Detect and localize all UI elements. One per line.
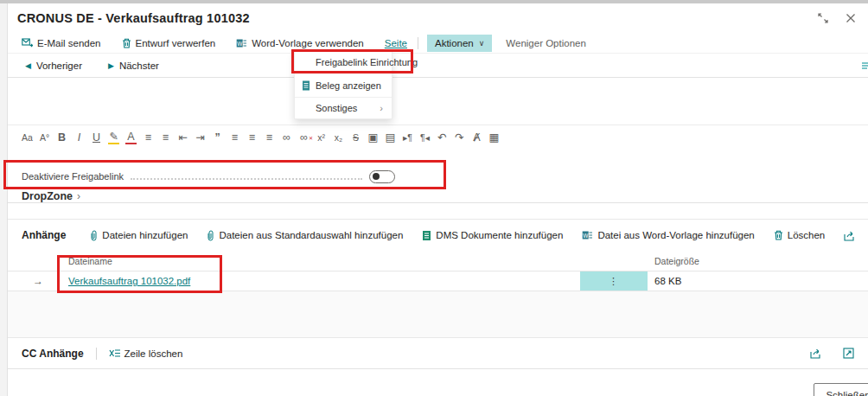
- discard-draft-label: Entwurf verwerfen: [136, 38, 216, 48]
- attachments-title: Anhänge: [22, 229, 66, 241]
- ltr-paragraph-icon[interactable]: ▸¶: [402, 131, 413, 144]
- column-header-filesize[interactable]: Dateigröße: [648, 256, 868, 266]
- active-row-arrow-icon: →: [8, 275, 68, 287]
- send-email-button[interactable]: E-Mail senden: [22, 38, 101, 48]
- next-record-button[interactable]: ▶ Nächster: [108, 61, 159, 71]
- email-send-icon: [22, 38, 33, 48]
- svg-text:W: W: [584, 233, 590, 239]
- row-options-button[interactable]: ⋮: [580, 271, 648, 291]
- dialog-bottom-area: [8, 369, 868, 395]
- add-dms-documents-label: DMS Dokumente hinzufügen: [436, 230, 563, 240]
- previous-record-button[interactable]: ◀ Vorheriger: [25, 61, 82, 71]
- chevron-left-icon: ◀: [25, 61, 31, 70]
- disable-share-link-toggle[interactable]: [369, 170, 395, 183]
- add-files-default-selection-label: Dateien aus Standardauswahl hinzufügen: [219, 230, 403, 240]
- underline-icon[interactable]: U: [91, 131, 102, 144]
- close-icon[interactable]: [846, 13, 856, 23]
- email-dialog: CRONUS DE - Verkaufsauftrag 101032: [7, 3, 868, 396]
- send-email-label: E-Mail senden: [37, 38, 101, 48]
- add-files-button[interactable]: Dateien hinzufügen: [90, 230, 188, 241]
- close-dialog-button[interactable]: Schließen: [814, 383, 868, 396]
- chevron-right-icon: ▶: [108, 61, 114, 70]
- font-name-icon[interactable]: Aa: [22, 131, 33, 144]
- paperclip-icon: [90, 230, 98, 241]
- align-right-icon[interactable]: ≡: [264, 131, 275, 144]
- spacer: [8, 203, 868, 219]
- image-icon[interactable]: ▣: [367, 131, 379, 144]
- bold-icon[interactable]: B: [56, 131, 67, 144]
- less-options-button[interactable]: Weniger Optionen: [506, 38, 585, 48]
- rtl-paragraph-icon[interactable]: ¶◂: [419, 131, 431, 144]
- unlink-icon[interactable]: ∞: [298, 131, 310, 144]
- delete-attachment-button[interactable]: Löschen: [774, 230, 825, 240]
- strikethrough-icon[interactable]: S: [350, 131, 361, 144]
- svg-text:W: W: [237, 40, 243, 46]
- command-bar: E-Mail senden Entwurf verwerfen W Word-V…: [8, 33, 868, 54]
- font-size-icon[interactable]: A°: [39, 131, 50, 144]
- link-icon[interactable]: ∞: [281, 131, 292, 144]
- cc-attachments-title: CC Anhänge: [22, 348, 84, 360]
- redo-icon[interactable]: ↷: [454, 131, 465, 144]
- trash-icon: [122, 38, 131, 48]
- actions-dropdown-button[interactable]: Aktionen ∨: [427, 35, 492, 52]
- superscript-icon[interactable]: x²: [316, 131, 327, 144]
- dropzone-label: DropZone: [22, 190, 73, 202]
- add-files-label: Dateien hinzufügen: [102, 230, 188, 240]
- formatting-toolbar: Aa A° B I U ✎ A ≡ ≡ ⇤ ⇥ ” ≡ ≡ ≡ ∞ ∞ x² x…: [8, 125, 868, 150]
- indent-icon[interactable]: ⇥: [195, 131, 206, 144]
- resize-window-icon[interactable]: [818, 13, 828, 23]
- font-color-icon[interactable]: A: [125, 131, 137, 144]
- blockquote-icon[interactable]: ”: [212, 131, 223, 144]
- menu-item-label: Beleg anzeigen: [316, 80, 381, 91]
- share-icon[interactable]: [844, 230, 856, 241]
- undo-icon[interactable]: ↶: [437, 131, 448, 144]
- dropzone-group-header[interactable]: DropZone ›: [8, 189, 868, 203]
- add-dms-documents-button[interactable]: DMS Dokumente hinzufügen: [422, 230, 563, 241]
- table-icon[interactable]: ▦: [488, 131, 500, 144]
- attachments-section-header: Anhänge Dateien hinzufügen Dateien aus S…: [8, 219, 868, 251]
- add-file-from-word-template-button[interactable]: W Datei aus Word-Vorlage hinzufügen: [582, 230, 754, 240]
- column-header-filename[interactable]: Dateiname: [68, 256, 580, 266]
- bullet-list-icon[interactable]: ≡: [143, 131, 154, 144]
- share-icon[interactable]: [810, 348, 822, 359]
- commandbar-divider: [418, 37, 418, 49]
- discard-draft-button[interactable]: Entwurf verwerfen: [122, 38, 216, 48]
- use-word-template-label: Word-Vorlage verwenden: [252, 38, 364, 48]
- outdent-icon[interactable]: ⇤: [177, 131, 188, 144]
- menu-item-freigabelink-einrichtung[interactable]: Freigabelink Einrichtung: [295, 52, 392, 73]
- paperclip-icon: [207, 230, 214, 241]
- menu-item-sonstiges[interactable]: Sonstiges ›: [295, 98, 392, 118]
- cc-attachments-section-header: CC Anhänge Zeile löschen: [8, 337, 868, 369]
- use-word-template-button[interactable]: W Word-Vorlage verwenden: [236, 38, 364, 48]
- image-inline-icon[interactable]: ▤: [385, 131, 396, 144]
- highlight-icon[interactable]: ✎: [108, 131, 119, 144]
- subscript-icon[interactable]: x₂: [333, 131, 344, 144]
- page-menu-link[interactable]: Seite: [385, 38, 407, 48]
- expand-icon[interactable]: [843, 348, 854, 359]
- trash-icon: [774, 230, 783, 240]
- clear-format-icon[interactable]: Ⱥ: [471, 131, 482, 144]
- align-left-icon[interactable]: ≡: [229, 131, 240, 144]
- add-files-default-selection-button[interactable]: Dateien aus Standardauswahl hinzufügen: [207, 230, 403, 241]
- align-center-icon[interactable]: ≡: [246, 131, 258, 144]
- next-label: Nächster: [119, 61, 159, 71]
- attachment-table-row: → Verkaufsauftrag 101032.pdf ⋮ 68 KB: [8, 271, 868, 291]
- chevron-right-icon: ›: [380, 103, 383, 113]
- numbered-list-icon[interactable]: ≡: [160, 131, 171, 144]
- attachments-table-header: Dateiname Dateigröße: [8, 251, 868, 271]
- menu-item-label: Sonstiges: [316, 103, 357, 113]
- menu-item-beleg-anzeigen[interactable]: Beleg anzeigen: [295, 73, 392, 97]
- attachment-file-link[interactable]: Verkaufsauftrag 101032.pdf: [68, 276, 190, 286]
- delete-line-icon: [109, 348, 120, 358]
- chevron-expand-icon: ›: [77, 190, 80, 202]
- record-nav-bar: ◀ Vorheriger ▶ Nächster: [8, 54, 868, 78]
- pin-icon[interactable]: [862, 61, 868, 73]
- italic-icon[interactable]: I: [73, 131, 85, 144]
- page-title: CRONUS DE - Verkaufsauftrag 101032: [17, 11, 250, 25]
- delete-line-button[interactable]: Zeile löschen: [109, 348, 183, 359]
- section-divider: [96, 348, 97, 360]
- spacer: [8, 150, 868, 163]
- document-icon: [302, 80, 310, 91]
- email-body-editor[interactable]: [8, 78, 868, 125]
- delete-line-label: Zeile löschen: [124, 348, 183, 359]
